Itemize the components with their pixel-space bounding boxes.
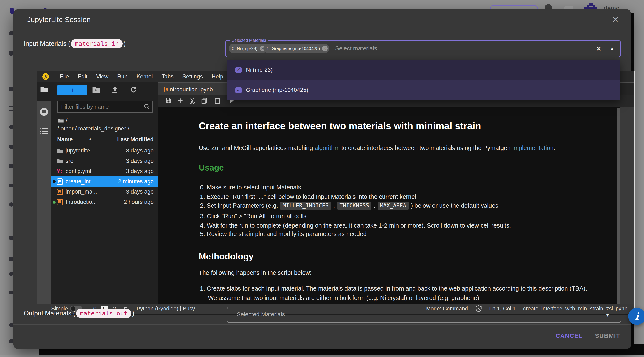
breadcrumb-ellipsis[interactable]: …	[70, 117, 75, 124]
divider	[14, 33, 631, 33]
menu-kernel[interactable]: Kernel	[132, 73, 157, 80]
methodology-intro: The following happens in the script belo…	[199, 269, 312, 276]
background-sidebar-icon	[9, 236, 14, 240]
comma: ,	[333, 202, 335, 209]
breadcrumb-path[interactable]: / other / materials_designer /	[58, 125, 129, 132]
chip-remove-icon[interactable]: ✕	[322, 46, 328, 51]
breadcrumb-root[interactable]: /	[66, 117, 68, 124]
option-label: Graphene (mp-1040425)	[246, 87, 308, 93]
folder-icon[interactable]	[58, 118, 64, 123]
filter-files-input[interactable]	[58, 101, 152, 113]
selected-materials-field[interactable]: Selected Materials 0: Ni (mp-23) ✕ 1: Gr…	[225, 40, 621, 57]
option-graphene[interactable]: ✓ Graphene (mp-1040425)	[228, 80, 620, 100]
folder-icon	[57, 148, 65, 153]
implementation-link[interactable]: implementation	[512, 145, 554, 151]
file-name: config.yml	[66, 168, 126, 175]
menu-run[interactable]: Run	[113, 73, 132, 80]
running-sessions-icon[interactable]	[40, 108, 48, 116]
folder-icon	[57, 159, 65, 164]
background-sidebar-icon	[9, 164, 13, 168]
table-of-contents-icon[interactable]	[40, 128, 48, 135]
materials-dropdown-menu: ✓ Ni (mp-23) ✓ Graphene (mp-1040425)	[228, 60, 620, 100]
notebook-file-icon	[164, 88, 165, 91]
file-modified: 2 minutes ago	[118, 178, 154, 185]
search-icon	[144, 103, 150, 110]
notebook-h1: Create an interface between two material…	[199, 120, 481, 132]
kernel-running-dot	[52, 201, 56, 204]
materials-out-code-pill: materials_out	[76, 309, 131, 318]
background-sidebar-icon	[9, 257, 13, 261]
file-row-src[interactable]: src 3 days ago	[51, 156, 158, 166]
file-row-introduction[interactable]: Introductio... 2 hours ago	[51, 197, 158, 207]
checkbox-checked-icon[interactable]: ✓	[236, 67, 242, 73]
column-last-modified[interactable]: Last Modified	[117, 136, 154, 143]
dropdown-caret-icon[interactable]: ▼	[605, 312, 610, 318]
file-row-import-material[interactable]: import_ma... 3 days ago	[51, 187, 158, 197]
submit-button[interactable]: SUBMIT	[595, 332, 620, 339]
file-browser-tab-icon[interactable]	[40, 86, 48, 93]
background-sidebar-icon	[9, 145, 14, 149]
jupyter-left-rail	[37, 82, 51, 303]
file-row-create-interface[interactable]: create_int... 2 minutes ago	[51, 176, 158, 187]
material-chip-ni[interactable]: 0: Ni (mp-23) ✕	[228, 44, 267, 53]
notebook-scrollbar-thumb[interactable]	[617, 108, 620, 303]
output-materials-label-text: Output Materials (	[24, 310, 75, 317]
menu-view[interactable]: View	[92, 73, 113, 80]
intro-text: to create interfaces between two materia…	[340, 145, 512, 151]
column-divider	[100, 135, 100, 145]
usage-item-3: 3. Click "Run" > "Run All" to run all ce…	[200, 213, 306, 220]
file-row-config[interactable]: Y: config.yml 3 days ago	[51, 166, 158, 176]
usage-item-1: 1. Execute "Run first: ..." cell below t…	[200, 193, 416, 200]
cut-cells-icon[interactable]	[189, 97, 196, 104]
select-placeholder: Select materials	[335, 45, 377, 52]
new-folder-icon[interactable]	[92, 86, 100, 93]
upload-icon[interactable]	[111, 86, 118, 94]
background-sidebar-icon	[9, 202, 14, 207]
selected-materials-legend: Selected Materials	[230, 38, 268, 43]
option-label: Ni (mp-23)	[246, 67, 273, 73]
checkbox-checked-icon[interactable]: ✓	[236, 87, 242, 93]
paste-cells-icon[interactable]	[214, 97, 220, 104]
background-sidebar-icon	[9, 184, 14, 187]
sort-ascending-icon[interactable]: ▲	[88, 137, 92, 141]
info-button[interactable]: i	[628, 308, 644, 325]
menu-settings[interactable]: Settings	[178, 73, 207, 80]
kernel-status[interactable]: Python (Pyodide) | Busy	[136, 305, 195, 312]
material-chip-graphene[interactable]: 1: Graphene (mp-1040425) ✕	[263, 44, 329, 53]
menu-edit[interactable]: Edit	[73, 73, 92, 80]
background-sidebar-icon	[9, 87, 14, 91]
notebook-panel: Introduction.ipynb	[158, 82, 634, 303]
file-name: jupyterlite	[66, 147, 126, 154]
option-ni[interactable]: ✓ Ni (mp-23)	[228, 60, 620, 80]
refresh-icon[interactable]	[130, 86, 137, 94]
file-row-jupyterlite[interactable]: jupyterlite 3 days ago	[51, 146, 158, 156]
background-footer-strip	[0, 355, 644, 357]
new-launcher-button[interactable]: +	[57, 85, 88, 95]
notebook-file-icon	[57, 179, 65, 185]
divider	[14, 324, 631, 325]
background-sidebar-icon	[9, 323, 14, 327]
add-cell-icon[interactable]	[177, 97, 184, 104]
copy-cells-icon[interactable]	[201, 97, 208, 104]
save-icon[interactable]	[165, 97, 172, 104]
breadcrumb: / …	[58, 117, 75, 124]
breadcrumb-path-text: / other / materials_designer /	[58, 125, 129, 132]
notebook-content: Create an interface between two material…	[158, 107, 617, 303]
menu-file[interactable]: File	[55, 73, 73, 80]
jupyterlite-session-dialog: JupyterLite Session ✕ Input Materials ( …	[14, 9, 631, 349]
clear-selection-icon[interactable]: ✕	[596, 45, 602, 53]
collapse-caret-icon[interactable]: ▲	[610, 46, 614, 51]
close-icon[interactable]: ✕	[612, 15, 619, 24]
file-list-header: Name ▲ Last Modified	[51, 135, 158, 145]
background-sidebar-icon	[9, 106, 13, 107]
algorithm-link[interactable]: algorithm	[315, 145, 340, 151]
usage-item-2: 2. Set Input Parameters (e.g. MILLER_IND…	[200, 202, 498, 210]
menu-help[interactable]: Help	[207, 73, 228, 80]
menu-tabs[interactable]: Tabs	[157, 73, 178, 80]
file-name: Introductio...	[66, 199, 124, 205]
column-name[interactable]: Name	[57, 136, 73, 143]
background-sidebar-icon	[9, 290, 14, 294]
code-chip-miller-indices: MILLER_INDICES	[280, 202, 331, 210]
output-materials-select[interactable]: Selected Materials ▼	[227, 307, 621, 323]
cancel-button[interactable]: CANCEL	[556, 332, 583, 339]
